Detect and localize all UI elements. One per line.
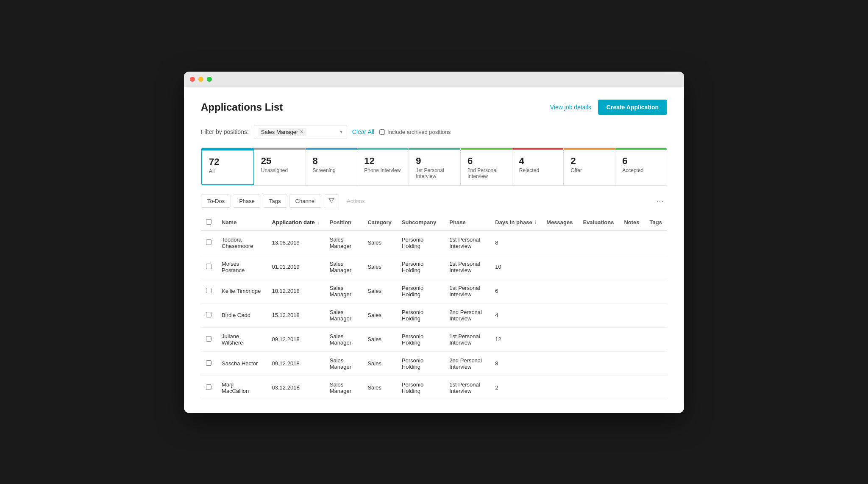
- phase-card-screening[interactable]: 8Screening: [306, 148, 358, 185]
- row-checkbox-3[interactable]: [206, 312, 211, 317]
- position-column-header[interactable]: Position: [325, 215, 363, 231]
- evaluations-cell: [578, 351, 619, 376]
- titlebar: [184, 72, 684, 87]
- messages-cell: [541, 303, 578, 327]
- row-checkbox-2[interactable]: [206, 288, 211, 293]
- select-all-checkbox[interactable]: [206, 219, 211, 225]
- days-in-phase-cell: 4: [490, 303, 541, 327]
- maximize-dot[interactable]: [207, 77, 212, 82]
- phase-card-rejected[interactable]: 4Rejected: [512, 148, 564, 185]
- subcompany-cell: Personio Holding: [397, 327, 445, 351]
- phase-name: 2nd Personal Interview: [467, 167, 505, 179]
- tags-button[interactable]: Tags: [263, 195, 287, 208]
- category-column-header[interactable]: Category: [362, 215, 396, 231]
- position-filter-select[interactable]: Sales Manager ✕ ▾: [254, 125, 347, 139]
- subcompany-cell: Personio Holding: [397, 231, 445, 255]
- row-checkbox-5[interactable]: [206, 360, 211, 366]
- phase-card-2nd-personal[interactable]: 62nd Personal Interview: [461, 148, 512, 185]
- days-in-phase-cell: 8: [490, 351, 541, 376]
- notes-column-header[interactable]: Notes: [619, 215, 644, 231]
- messages-cell: [541, 376, 578, 400]
- messages-cell: [541, 351, 578, 376]
- phase-count: 9: [416, 156, 453, 167]
- evaluations-cell: [578, 231, 619, 255]
- phase-name: Unassigned: [261, 167, 299, 173]
- position-cell: Sales Manager: [325, 255, 363, 279]
- name-cell[interactable]: Moises Postance: [217, 255, 267, 279]
- subcompany-column-header[interactable]: Subcompany: [397, 215, 445, 231]
- filter-label: Filter by positions:: [201, 128, 249, 135]
- phase-name: Offer: [570, 167, 608, 173]
- name-cell[interactable]: Juliane Wilshere: [217, 327, 267, 351]
- messages-column-header[interactable]: Messages: [541, 215, 578, 231]
- category-cell: Sales: [362, 327, 396, 351]
- row-checkbox-6[interactable]: [206, 384, 211, 390]
- row-checkbox-cell: [201, 303, 217, 327]
- notes-cell: [619, 351, 644, 376]
- category-cell: Sales: [362, 279, 396, 303]
- clear-all-link[interactable]: Clear All: [352, 128, 374, 135]
- filter-icon-button[interactable]: [324, 194, 339, 208]
- phase-card-color-bar: [615, 148, 667, 150]
- name-column-header[interactable]: Name: [217, 215, 267, 231]
- toolbar: To-Dos Phase Tags Channel Actions ⋯: [201, 194, 667, 208]
- application-date-cell: 18.12.2018: [267, 279, 325, 303]
- application-date-column-header[interactable]: Application date ↓: [267, 215, 325, 231]
- page-title: Applications List: [201, 101, 283, 113]
- tags-cell: [645, 279, 667, 303]
- subcompany-cell: Personio Holding: [397, 351, 445, 376]
- phase-card-accepted[interactable]: 6Accepted: [615, 148, 667, 185]
- todos-button[interactable]: To-Dos: [201, 195, 231, 208]
- phase-cell: 2nd Personal Interview: [444, 351, 490, 376]
- row-checkbox-1[interactable]: [206, 264, 211, 269]
- row-checkbox-cell: [201, 327, 217, 351]
- channel-button[interactable]: Channel: [289, 195, 322, 208]
- applications-table-container: Name Application date ↓ Position Categor…: [201, 215, 667, 400]
- table-row: Sascha Hector 09.12.2018 Sales Manager S…: [201, 351, 667, 376]
- phase-column-header[interactable]: Phase: [444, 215, 490, 231]
- phase-card-unassigned[interactable]: 25Unassigned: [254, 148, 306, 185]
- table-row: Birdie Cadd 15.12.2018 Sales Manager Sal…: [201, 303, 667, 327]
- name-cell[interactable]: Teodora Chasemoore: [217, 231, 267, 255]
- name-cell[interactable]: Marji MacCallion: [217, 376, 267, 400]
- row-checkbox-0[interactable]: [206, 239, 211, 245]
- sort-arrow-icon: ↓: [317, 220, 320, 225]
- evaluations-column-header[interactable]: Evaluations: [578, 215, 619, 231]
- phase-card-color-bar: [409, 148, 460, 150]
- name-cell[interactable]: Sascha Hector: [217, 351, 267, 376]
- include-archived-checkbox[interactable]: [379, 129, 385, 135]
- app-window: Applications List View job details Creat…: [184, 72, 684, 413]
- row-checkbox-cell: [201, 279, 217, 303]
- phase-cards: 72All25Unassigned8Screening12Phone Inter…: [201, 147, 667, 186]
- row-checkbox-4[interactable]: [206, 336, 211, 342]
- notes-cell: [619, 376, 644, 400]
- evaluations-cell: [578, 327, 619, 351]
- phase-card-phone-interview[interactable]: 12Phone Interview: [357, 148, 409, 185]
- phase-card-color-bar: [512, 148, 564, 150]
- application-date-cell: 01.01.2019: [267, 255, 325, 279]
- close-dot[interactable]: [190, 77, 195, 82]
- phase-card-all[interactable]: 72All: [201, 148, 254, 185]
- row-checkbox-cell: [201, 351, 217, 376]
- days-in-phase-column-header[interactable]: Days in phase ℹ: [490, 215, 541, 231]
- minimize-dot[interactable]: [198, 77, 203, 82]
- phase-card-offer[interactable]: 2Offer: [564, 148, 615, 185]
- phase-card-color-bar: [306, 148, 357, 150]
- phase-card-1st-personal[interactable]: 91st Personal Interview: [409, 148, 461, 185]
- notes-cell: [619, 279, 644, 303]
- name-cell[interactable]: Birdie Cadd: [217, 303, 267, 327]
- position-cell: Sales Manager: [325, 376, 363, 400]
- phase-button[interactable]: Phase: [233, 195, 261, 208]
- notes-cell: [619, 327, 644, 351]
- phase-name: Phone Interview: [364, 167, 402, 173]
- more-options-button[interactable]: ⋯: [653, 195, 667, 207]
- notes-cell: [619, 231, 644, 255]
- row-checkbox-cell: [201, 255, 217, 279]
- tags-cell: [645, 327, 667, 351]
- name-cell[interactable]: Kellie Timbridge: [217, 279, 267, 303]
- create-application-button[interactable]: Create Application: [598, 100, 667, 115]
- messages-cell: [541, 327, 578, 351]
- tags-column-header[interactable]: Tags: [645, 215, 667, 231]
- remove-position-tag[interactable]: ✕: [300, 129, 304, 135]
- view-job-details-link[interactable]: View job details: [550, 104, 591, 111]
